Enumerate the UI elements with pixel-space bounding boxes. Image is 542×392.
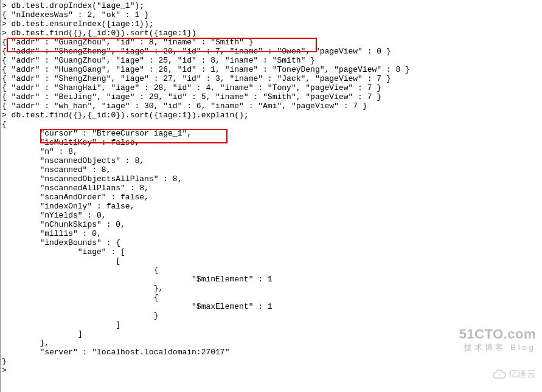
line: {	[2, 293, 158, 302]
line: "millis" : 0,	[2, 229, 102, 238]
line: > db.test.find({},{_id:0}).sort({iage:1}…	[2, 29, 196, 38]
line: "server" : "localhost.localdomain:27017"	[2, 348, 229, 357]
line: ]	[2, 320, 120, 329]
line: > db.test.find({},{_id:0}).sort({iage:1}…	[2, 111, 249, 120]
line: ]	[2, 329, 83, 339]
line: { "addr" : "wh_han", "iage" : 30, "id" :…	[2, 101, 367, 111]
line: },	[2, 284, 163, 293]
line: >	[2, 366, 7, 375]
line: {	[2, 120, 7, 129]
line: "nscannedAllPlans" : 8,	[2, 184, 149, 193]
line: },	[2, 339, 49, 348]
line: { "addr" : "GuangZhou", "iage" : 25, "id…	[2, 56, 315, 65]
line: "nYields" : 0,	[2, 211, 106, 220]
line: { "addr" : "HuangGang", "iage" : 26, "id…	[2, 65, 410, 74]
line: "nChunkSkips" : 0,	[2, 220, 125, 229]
line: }	[2, 311, 158, 320]
line: }	[2, 357, 7, 366]
line: "nscanned" : 8,	[2, 165, 111, 174]
line: { "addr" : "ShengZheng", "iage" : 20, "i…	[2, 47, 391, 56]
line: > db.test.ensureIndex({iage:1});	[2, 19, 154, 29]
line: "indexOnly" : false,	[2, 202, 134, 211]
line: "nscannedObjectsAllPlans" : 8,	[2, 174, 182, 184]
line: "scanAndOrder" : false,	[2, 193, 149, 202]
line: { "addr" : "GuangZhou", "id" : 8, "iname…	[2, 38, 253, 47]
line: > db.test.dropIndex("iage_1");	[2, 1, 144, 10]
line: "isMultiKey" : false,	[2, 138, 139, 147]
line: "iage" : [	[2, 247, 125, 256]
terminal-output: > db.test.dropIndex("iage_1"); { "nIndex…	[1, 0, 542, 375]
line: {	[2, 266, 158, 275]
line: "$maxElement" : 1	[2, 302, 273, 311]
line: "cursor" : "BtreeCursor iage_1",	[2, 129, 192, 138]
line: "n" : 8,	[2, 147, 78, 156]
line: "$minElement" : 1	[2, 275, 273, 284]
line: [	[2, 256, 120, 266]
line: "indexBounds" : {	[2, 238, 120, 247]
line: { "addr" : "ShengZheng", "iage" : 27, "i…	[2, 74, 391, 83]
line: { "nIndexesWas" : 2, "ok" : 1 }	[2, 10, 149, 19]
line: { "addr" : "BeiJing", "iage" : 29, "id" …	[2, 92, 381, 101]
line: "nscannedObjects" : 8,	[2, 156, 144, 165]
line: { "addr" : "ShangHai", "iage" : 28, "id"…	[2, 83, 381, 92]
